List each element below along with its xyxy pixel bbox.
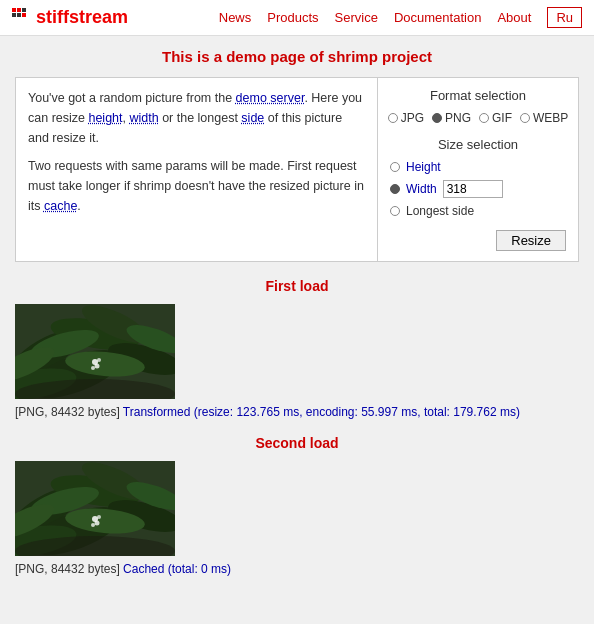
format-webp[interactable]: WEBP (520, 111, 568, 125)
nav-news[interactable]: News (219, 10, 252, 25)
controls-panel: You've got a random picture from the dem… (15, 77, 579, 262)
logo: stiffstream (12, 7, 128, 28)
demo-link[interactable]: demo server (236, 91, 305, 105)
main-content: This is a demo page of shrimp project Yo… (7, 36, 587, 604)
nav-products[interactable]: Products (267, 10, 318, 25)
size-width-radio (390, 184, 400, 194)
size-width[interactable]: Width (390, 180, 566, 198)
cache-link: cache (44, 199, 77, 213)
nav-service[interactable]: Service (335, 10, 378, 25)
logo-text: stiffstream (36, 7, 128, 28)
resize-button[interactable]: Resize (496, 230, 566, 251)
description-p2: Two requests with same params will be ma… (28, 156, 365, 216)
second-load-section: Second load [PNG, 844 (15, 435, 579, 576)
svg-rect-5 (22, 13, 26, 17)
first-load-image (15, 304, 175, 399)
size-options: Height Width Longest side (390, 160, 566, 218)
first-load-svg (15, 304, 175, 399)
format-options: JPG PNG GIF WEBP (390, 111, 566, 125)
svg-point-34 (95, 521, 100, 526)
second-load-svg (15, 461, 175, 556)
first-load-detail: Transformed (resize: 123.765 ms, encodin… (120, 405, 520, 419)
first-load-section: First load (15, 278, 579, 419)
ru-button[interactable]: Ru (547, 7, 582, 28)
svg-point-19 (91, 366, 95, 370)
second-load-title: Second load (15, 435, 579, 451)
size-height[interactable]: Height (390, 160, 566, 174)
svg-rect-1 (17, 8, 21, 12)
nav: News Products Service Documentation Abou… (219, 7, 582, 28)
nav-about[interactable]: About (497, 10, 531, 25)
svg-point-20 (97, 358, 101, 362)
format-png[interactable]: PNG (432, 111, 471, 125)
format-gif-label: GIF (492, 111, 512, 125)
first-load-info: [PNG, 84432 bytes] Transformed (resize: … (15, 405, 579, 419)
svg-rect-4 (22, 8, 26, 12)
logo-plain: stiff (36, 7, 69, 27)
format-label: Format selection (390, 88, 566, 103)
size-longest-radio (390, 206, 400, 216)
size-height-radio (390, 162, 400, 172)
second-load-detail: Cached (total: 0 ms) (120, 562, 231, 576)
svg-point-36 (97, 515, 101, 519)
width-link: width (129, 111, 158, 125)
height-link: height (88, 111, 122, 125)
width-input[interactable] (443, 180, 503, 198)
resize-btn-container: Resize (390, 230, 566, 251)
first-load-title: First load (15, 278, 579, 294)
format-gif-radio (479, 113, 489, 123)
svg-point-18 (95, 364, 100, 369)
svg-point-35 (91, 523, 95, 527)
svg-rect-0 (12, 8, 16, 12)
header: stiffstream News Products Service Docume… (0, 0, 594, 36)
format-jpg-radio (388, 113, 398, 123)
size-label: Size selection (390, 137, 566, 152)
page-title: This is a demo page of shrimp project (15, 48, 579, 65)
format-webp-label: WEBP (533, 111, 568, 125)
format-jpg[interactable]: JPG (388, 111, 424, 125)
format-jpg-label: JPG (401, 111, 424, 125)
logo-accent: stream (69, 7, 128, 27)
second-load-image (15, 461, 175, 556)
size-width-label: Width (406, 182, 437, 196)
size-longest[interactable]: Longest side (390, 204, 566, 218)
second-load-bracket: [PNG, 84432 bytes] (15, 562, 120, 576)
description-p1: You've got a random picture from the dem… (28, 88, 365, 148)
svg-rect-2 (12, 13, 16, 17)
nav-documentation[interactable]: Documentation (394, 10, 481, 25)
second-load-info: [PNG, 84432 bytes] Cached (total: 0 ms) (15, 562, 579, 576)
description-area: You've got a random picture from the dem… (16, 78, 378, 261)
first-load-bracket: [PNG, 84432 bytes] (15, 405, 120, 419)
format-size-area: Format selection JPG PNG GIF WEBP (378, 78, 578, 261)
size-longest-label: Longest side (406, 204, 474, 218)
svg-rect-3 (17, 13, 21, 17)
format-png-label: PNG (445, 111, 471, 125)
format-webp-radio (520, 113, 530, 123)
side-link: side (241, 111, 264, 125)
format-png-radio (432, 113, 442, 123)
logo-icon (12, 8, 32, 28)
format-gif[interactable]: GIF (479, 111, 512, 125)
size-height-label: Height (406, 160, 441, 174)
